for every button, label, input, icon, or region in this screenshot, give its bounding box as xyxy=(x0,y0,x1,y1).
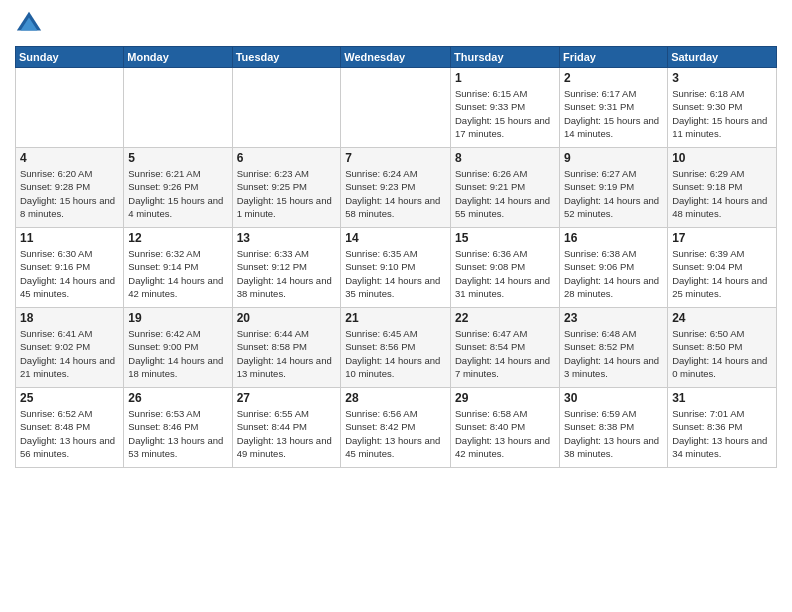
day-info: Sunrise: 6:27 AM Sunset: 9:19 PM Dayligh… xyxy=(564,167,663,220)
day-number: 7 xyxy=(345,151,446,165)
calendar-cell: 9Sunrise: 6:27 AM Sunset: 9:19 PM Daylig… xyxy=(559,148,667,228)
day-info: Sunrise: 6:56 AM Sunset: 8:42 PM Dayligh… xyxy=(345,407,446,460)
day-number: 20 xyxy=(237,311,337,325)
calendar-cell: 4Sunrise: 6:20 AM Sunset: 9:28 PM Daylig… xyxy=(16,148,124,228)
day-info: Sunrise: 6:42 AM Sunset: 9:00 PM Dayligh… xyxy=(128,327,227,380)
calendar-cell: 26Sunrise: 6:53 AM Sunset: 8:46 PM Dayli… xyxy=(124,388,232,468)
day-number: 2 xyxy=(564,71,663,85)
day-info: Sunrise: 6:59 AM Sunset: 8:38 PM Dayligh… xyxy=(564,407,663,460)
day-info: Sunrise: 6:18 AM Sunset: 9:30 PM Dayligh… xyxy=(672,87,772,140)
calendar-cell: 22Sunrise: 6:47 AM Sunset: 8:54 PM Dayli… xyxy=(450,308,559,388)
calendar-cell: 28Sunrise: 6:56 AM Sunset: 8:42 PM Dayli… xyxy=(341,388,451,468)
calendar-table: SundayMondayTuesdayWednesdayThursdayFrid… xyxy=(15,46,777,468)
calendar-week-4: 18Sunrise: 6:41 AM Sunset: 9:02 PM Dayli… xyxy=(16,308,777,388)
day-info: Sunrise: 6:47 AM Sunset: 8:54 PM Dayligh… xyxy=(455,327,555,380)
day-info: Sunrise: 6:15 AM Sunset: 9:33 PM Dayligh… xyxy=(455,87,555,140)
day-number: 6 xyxy=(237,151,337,165)
day-info: Sunrise: 6:29 AM Sunset: 9:18 PM Dayligh… xyxy=(672,167,772,220)
day-number: 10 xyxy=(672,151,772,165)
day-number: 31 xyxy=(672,391,772,405)
calendar-header-wednesday: Wednesday xyxy=(341,47,451,68)
calendar-week-3: 11Sunrise: 6:30 AM Sunset: 9:16 PM Dayli… xyxy=(16,228,777,308)
day-info: Sunrise: 6:21 AM Sunset: 9:26 PM Dayligh… xyxy=(128,167,227,220)
day-number: 14 xyxy=(345,231,446,245)
calendar-cell: 7Sunrise: 6:24 AM Sunset: 9:23 PM Daylig… xyxy=(341,148,451,228)
calendar-cell: 11Sunrise: 6:30 AM Sunset: 9:16 PM Dayli… xyxy=(16,228,124,308)
logo-icon xyxy=(15,10,43,38)
calendar-cell xyxy=(16,68,124,148)
header xyxy=(15,10,777,38)
calendar-cell: 21Sunrise: 6:45 AM Sunset: 8:56 PM Dayli… xyxy=(341,308,451,388)
day-info: Sunrise: 6:45 AM Sunset: 8:56 PM Dayligh… xyxy=(345,327,446,380)
day-number: 5 xyxy=(128,151,227,165)
day-info: Sunrise: 6:48 AM Sunset: 8:52 PM Dayligh… xyxy=(564,327,663,380)
day-number: 15 xyxy=(455,231,555,245)
calendar-week-1: 1Sunrise: 6:15 AM Sunset: 9:33 PM Daylig… xyxy=(16,68,777,148)
calendar-cell: 8Sunrise: 6:26 AM Sunset: 9:21 PM Daylig… xyxy=(450,148,559,228)
calendar-cell xyxy=(232,68,341,148)
day-number: 24 xyxy=(672,311,772,325)
calendar-cell: 29Sunrise: 6:58 AM Sunset: 8:40 PM Dayli… xyxy=(450,388,559,468)
calendar-cell: 15Sunrise: 6:36 AM Sunset: 9:08 PM Dayli… xyxy=(450,228,559,308)
day-number: 23 xyxy=(564,311,663,325)
calendar-cell: 31Sunrise: 7:01 AM Sunset: 8:36 PM Dayli… xyxy=(668,388,777,468)
calendar-cell: 5Sunrise: 6:21 AM Sunset: 9:26 PM Daylig… xyxy=(124,148,232,228)
day-info: Sunrise: 7:01 AM Sunset: 8:36 PM Dayligh… xyxy=(672,407,772,460)
calendar-cell: 18Sunrise: 6:41 AM Sunset: 9:02 PM Dayli… xyxy=(16,308,124,388)
day-info: Sunrise: 6:52 AM Sunset: 8:48 PM Dayligh… xyxy=(20,407,119,460)
calendar-header-monday: Monday xyxy=(124,47,232,68)
day-info: Sunrise: 6:35 AM Sunset: 9:10 PM Dayligh… xyxy=(345,247,446,300)
day-number: 26 xyxy=(128,391,227,405)
calendar-cell xyxy=(124,68,232,148)
calendar-cell: 10Sunrise: 6:29 AM Sunset: 9:18 PM Dayli… xyxy=(668,148,777,228)
day-number: 4 xyxy=(20,151,119,165)
day-info: Sunrise: 6:58 AM Sunset: 8:40 PM Dayligh… xyxy=(455,407,555,460)
day-number: 30 xyxy=(564,391,663,405)
day-info: Sunrise: 6:50 AM Sunset: 8:50 PM Dayligh… xyxy=(672,327,772,380)
calendar-cell xyxy=(341,68,451,148)
day-info: Sunrise: 6:39 AM Sunset: 9:04 PM Dayligh… xyxy=(672,247,772,300)
logo xyxy=(15,10,47,38)
page: SundayMondayTuesdayWednesdayThursdayFrid… xyxy=(0,0,792,612)
day-info: Sunrise: 6:55 AM Sunset: 8:44 PM Dayligh… xyxy=(237,407,337,460)
calendar-cell: 1Sunrise: 6:15 AM Sunset: 9:33 PM Daylig… xyxy=(450,68,559,148)
day-info: Sunrise: 6:26 AM Sunset: 9:21 PM Dayligh… xyxy=(455,167,555,220)
calendar-header-tuesday: Tuesday xyxy=(232,47,341,68)
calendar-week-5: 25Sunrise: 6:52 AM Sunset: 8:48 PM Dayli… xyxy=(16,388,777,468)
day-number: 11 xyxy=(20,231,119,245)
calendar-header-row: SundayMondayTuesdayWednesdayThursdayFrid… xyxy=(16,47,777,68)
day-info: Sunrise: 6:24 AM Sunset: 9:23 PM Dayligh… xyxy=(345,167,446,220)
calendar-cell: 19Sunrise: 6:42 AM Sunset: 9:00 PM Dayli… xyxy=(124,308,232,388)
day-number: 1 xyxy=(455,71,555,85)
calendar-cell: 30Sunrise: 6:59 AM Sunset: 8:38 PM Dayli… xyxy=(559,388,667,468)
day-info: Sunrise: 6:41 AM Sunset: 9:02 PM Dayligh… xyxy=(20,327,119,380)
calendar-cell: 12Sunrise: 6:32 AM Sunset: 9:14 PM Dayli… xyxy=(124,228,232,308)
day-info: Sunrise: 6:36 AM Sunset: 9:08 PM Dayligh… xyxy=(455,247,555,300)
day-number: 17 xyxy=(672,231,772,245)
calendar-header-saturday: Saturday xyxy=(668,47,777,68)
day-number: 19 xyxy=(128,311,227,325)
day-info: Sunrise: 6:44 AM Sunset: 8:58 PM Dayligh… xyxy=(237,327,337,380)
day-number: 16 xyxy=(564,231,663,245)
calendar-cell: 13Sunrise: 6:33 AM Sunset: 9:12 PM Dayli… xyxy=(232,228,341,308)
calendar-cell: 25Sunrise: 6:52 AM Sunset: 8:48 PM Dayli… xyxy=(16,388,124,468)
day-info: Sunrise: 6:33 AM Sunset: 9:12 PM Dayligh… xyxy=(237,247,337,300)
calendar-header-friday: Friday xyxy=(559,47,667,68)
calendar-cell: 16Sunrise: 6:38 AM Sunset: 9:06 PM Dayli… xyxy=(559,228,667,308)
calendar-cell: 24Sunrise: 6:50 AM Sunset: 8:50 PM Dayli… xyxy=(668,308,777,388)
day-number: 29 xyxy=(455,391,555,405)
day-number: 27 xyxy=(237,391,337,405)
day-number: 12 xyxy=(128,231,227,245)
calendar-week-2: 4Sunrise: 6:20 AM Sunset: 9:28 PM Daylig… xyxy=(16,148,777,228)
day-number: 28 xyxy=(345,391,446,405)
day-info: Sunrise: 6:20 AM Sunset: 9:28 PM Dayligh… xyxy=(20,167,119,220)
day-number: 25 xyxy=(20,391,119,405)
calendar-header-thursday: Thursday xyxy=(450,47,559,68)
day-number: 21 xyxy=(345,311,446,325)
calendar-cell: 27Sunrise: 6:55 AM Sunset: 8:44 PM Dayli… xyxy=(232,388,341,468)
day-info: Sunrise: 6:38 AM Sunset: 9:06 PM Dayligh… xyxy=(564,247,663,300)
day-info: Sunrise: 6:23 AM Sunset: 9:25 PM Dayligh… xyxy=(237,167,337,220)
day-number: 13 xyxy=(237,231,337,245)
calendar-cell: 6Sunrise: 6:23 AM Sunset: 9:25 PM Daylig… xyxy=(232,148,341,228)
calendar-cell: 17Sunrise: 6:39 AM Sunset: 9:04 PM Dayli… xyxy=(668,228,777,308)
